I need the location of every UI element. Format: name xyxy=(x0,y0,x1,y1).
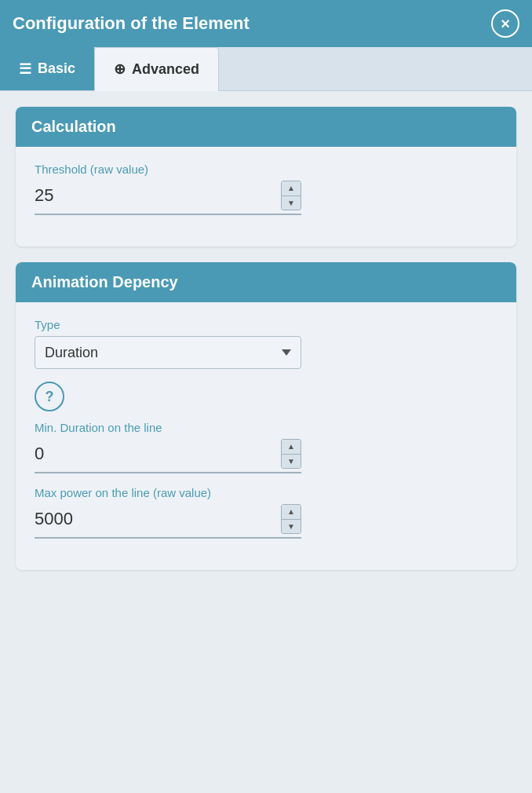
type-select-container: Duration Speed Power None xyxy=(35,336,301,369)
threshold-decrement-button[interactable]: ▼ xyxy=(282,196,301,210)
min-duration-label: Min. Duration on the line xyxy=(35,421,497,434)
tab-advanced-label: Advanced xyxy=(132,61,199,78)
advanced-tab-icon: ⊕ xyxy=(114,60,126,78)
type-select[interactable]: Duration Speed Power None xyxy=(35,336,301,369)
tab-advanced[interactable]: ⊕ Advanced xyxy=(94,47,219,91)
animation-card-body: Type Duration Speed Power None ? Min. Du… xyxy=(16,302,516,570)
threshold-input-container: ▲ ▼ xyxy=(35,181,301,215)
content-area: Calculation Threshold (raw value) ▲ ▼ An… xyxy=(0,91,532,793)
threshold-increment-button[interactable]: ▲ xyxy=(282,181,301,196)
calculation-heading: Calculation xyxy=(31,118,116,135)
min-duration-input[interactable] xyxy=(35,444,281,464)
threshold-spinner: ▲ ▼ xyxy=(281,181,301,210)
basic-tab-icon: ☰ xyxy=(19,60,31,78)
close-button[interactable]: × xyxy=(491,9,519,38)
tab-basic[interactable]: ☰ Basic xyxy=(0,47,94,90)
help-icon[interactable]: ? xyxy=(35,382,64,411)
calculation-card-header: Calculation xyxy=(16,107,516,147)
min-duration-field-group: Min. Duration on the line ▲ ▼ xyxy=(35,421,497,473)
min-duration-increment-button[interactable]: ▲ xyxy=(282,440,301,454)
max-power-decrement-button[interactable]: ▼ xyxy=(282,519,301,533)
animation-card-header: Animation Depency xyxy=(16,262,516,302)
threshold-input[interactable] xyxy=(35,185,281,206)
threshold-field-group: Threshold (raw value) ▲ ▼ xyxy=(35,163,497,215)
min-duration-decrement-button[interactable]: ▼ xyxy=(282,454,301,468)
type-label: Type xyxy=(35,318,497,331)
dialog-title: Configuration of the Element xyxy=(13,13,250,34)
calculation-card: Calculation Threshold (raw value) ▲ ▼ xyxy=(16,107,516,247)
calculation-card-body: Threshold (raw value) ▲ ▼ xyxy=(16,147,516,247)
type-field-group: Type Duration Speed Power None xyxy=(35,318,497,369)
max-power-input-container: ▲ ▼ xyxy=(35,504,301,539)
animation-card: Animation Depency Type Duration Speed Po… xyxy=(16,262,516,570)
threshold-label: Threshold (raw value) xyxy=(35,163,497,176)
max-power-input[interactable] xyxy=(35,509,281,529)
tab-bar: ☰ Basic ⊕ Advanced xyxy=(0,47,532,91)
max-power-spinner: ▲ ▼ xyxy=(281,504,301,534)
tab-basic-label: Basic xyxy=(38,60,75,77)
min-duration-input-container: ▲ ▼ xyxy=(35,439,301,473)
help-icon-container: ? xyxy=(35,382,497,411)
animation-heading: Animation Depency xyxy=(31,273,178,291)
dialog-header: Configuration of the Element × xyxy=(0,0,532,47)
min-duration-spinner: ▲ ▼ xyxy=(281,439,301,469)
max-power-field-group: Max power on the line (raw value) ▲ ▼ xyxy=(35,486,497,539)
max-power-increment-button[interactable]: ▲ xyxy=(282,505,301,519)
max-power-label: Max power on the line (raw value) xyxy=(35,486,497,499)
